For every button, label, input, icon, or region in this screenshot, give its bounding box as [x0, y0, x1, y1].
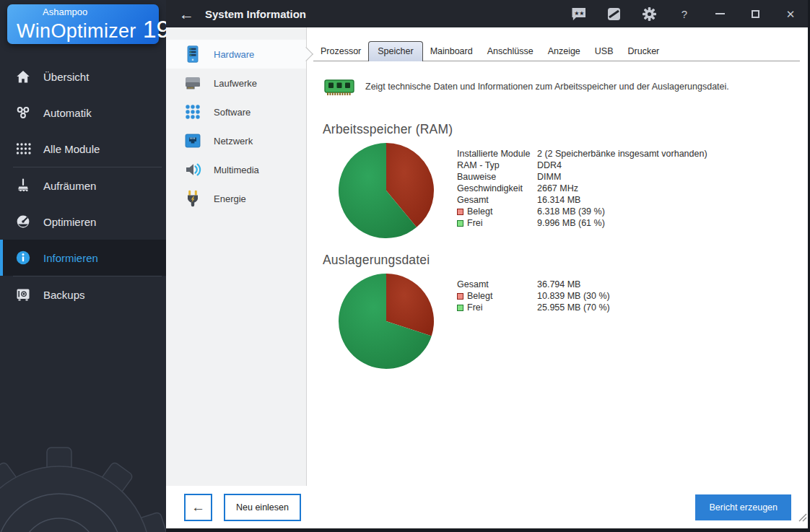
- table-row: Gesamt16.314 MB: [457, 194, 707, 206]
- sidebar-item-label: Aufräumen: [43, 180, 96, 192]
- footer-bar: ← Neu einlesen Bericht erzeugen: [166, 486, 810, 532]
- intro-row: Zeigt technische Daten und Informationen…: [324, 76, 809, 97]
- table-row: Frei25.955 MB (70 %): [457, 302, 610, 313]
- main-sidebar: Ashampoo WinOptimizer 19 Übersicht Autom…: [0, 0, 166, 532]
- table-row: RAM - TypDDR4: [457, 160, 707, 171]
- network-port-icon: [184, 132, 201, 149]
- speaker-icon: [184, 161, 201, 178]
- pagefile-section-heading: Auslagerungsdatei: [323, 253, 809, 268]
- tab-anschluesse[interactable]: Anschlüsse: [480, 43, 541, 61]
- category-item-laufwerke[interactable]: Laufwerke: [166, 69, 306, 97]
- tab-mainboard[interactable]: Mainboard: [423, 43, 480, 61]
- safe-icon: [15, 287, 31, 302]
- category-label: Laufwerke: [214, 78, 257, 89]
- table-row: Geschwindigkeit2667 MHz: [457, 183, 707, 194]
- table-row: Belegt6.318 MB (39 %): [457, 206, 707, 217]
- sidebar-item-label: Informieren: [43, 252, 98, 264]
- category-item-hardware[interactable]: Hardware: [166, 40, 306, 69]
- modules-grid-icon: [15, 141, 31, 156]
- brand-logo[interactable]: Ashampoo WinOptimizer 19: [7, 4, 159, 44]
- sidebar-item-backups[interactable]: Backups: [0, 276, 166, 313]
- software-dots-icon: [184, 103, 201, 121]
- brand-version: 19: [143, 17, 166, 40]
- ram-pie-chart: [336, 140, 437, 241]
- tab-bar: Prozessor Speicher Mainboard Anschlüsse …: [313, 41, 800, 61]
- legend-free-swatch: [457, 305, 463, 311]
- ram-section-heading: Arbeitsspeicher (RAM): [323, 122, 809, 137]
- intro-text: Zeigt technische Daten und Informationen…: [365, 82, 729, 92]
- refresh-button[interactable]: Neu einlesen: [224, 494, 301, 521]
- table-row: Installierte Module2 (2 Speicherbänke in…: [457, 148, 707, 160]
- legend-free-swatch: [457, 220, 463, 227]
- sidebar-item-informieren[interactable]: Informieren: [0, 240, 166, 276]
- sidebar-item-label: Backups: [43, 289, 85, 301]
- app-window: Ashampoo WinOptimizer 19 Übersicht Autom…: [0, 0, 810, 532]
- category-label: Multimedia: [214, 165, 259, 175]
- gear-decoration: [0, 368, 166, 532]
- sidebar-item-label: Alle Module: [43, 143, 100, 155]
- brand-company: Ashampoo: [43, 7, 159, 17]
- table-row: BauweiseDIMM: [457, 171, 707, 183]
- ram-chart-row: Installierte Module2 (2 Speicherbänke in…: [308, 140, 809, 241]
- tab-anzeige[interactable]: Anzeige: [541, 43, 588, 61]
- category-item-software[interactable]: Software: [166, 97, 306, 126]
- pagefile-pie-chart: [336, 271, 437, 372]
- resize-grip[interactable]: [796, 510, 807, 522]
- category-label: Hardware: [214, 49, 254, 60]
- category-sidebar: Hardware Laufwerke Software Netzwerk Mul…: [166, 27, 307, 486]
- legend-used-swatch: [457, 209, 463, 215]
- ram-details-table: Installierte Module2 (2 Speicherbänke in…: [457, 140, 707, 229]
- brand-product: WinOptimizer: [17, 19, 136, 43]
- info-icon: [15, 250, 31, 265]
- sidebar-item-label: Optimieren: [43, 216, 96, 228]
- generate-report-button[interactable]: Bericht erzeugen: [695, 494, 791, 520]
- settings-gear-icon[interactable]: [641, 6, 657, 22]
- content-pane: Prozessor Speicher Mainboard Anschlüsse …: [308, 27, 809, 486]
- tab-prozessor[interactable]: Prozessor: [313, 43, 368, 61]
- category-item-multimedia[interactable]: Multimedia: [166, 155, 306, 184]
- table-row: Belegt10.839 MB (30 %): [457, 290, 610, 302]
- sidebar-item-automatik[interactable]: Automatik: [0, 95, 166, 131]
- close-button[interactable]: ✕: [783, 6, 798, 22]
- category-item-netzwerk[interactable]: Netzwerk: [166, 126, 306, 155]
- home-icon: [15, 69, 31, 84]
- news-icon[interactable]: [606, 6, 622, 22]
- sidebar-nav: Übersicht Automatik Alle Module Aufräume: [0, 58, 166, 313]
- hardware-tower-icon: [184, 45, 201, 63]
- maximize-button[interactable]: [747, 6, 763, 22]
- page-title: System Information: [205, 8, 306, 20]
- pagefile-chart-row: Gesamt36.794 MB Belegt10.839 MB (30 %) F…: [308, 271, 809, 372]
- minimize-button[interactable]: [712, 6, 728, 22]
- category-item-energie[interactable]: Energie: [166, 184, 306, 213]
- back-arrow-icon[interactable]: ←: [176, 6, 197, 22]
- sidebar-item-aufraeumen[interactable]: Aufräumen: [0, 167, 166, 204]
- automation-gears-icon: [15, 105, 31, 120]
- legend-used-swatch: [457, 293, 463, 300]
- hard-drive-icon: [184, 74, 201, 92]
- category-label: Netzwerk: [214, 136, 253, 147]
- category-label: Software: [214, 107, 251, 118]
- sidebar-item-alle-module[interactable]: Alle Module: [0, 131, 166, 167]
- help-icon[interactable]: ?: [676, 6, 692, 22]
- feedback-icon[interactable]: ★★: [570, 6, 586, 22]
- sidebar-item-uebersicht[interactable]: Übersicht: [0, 58, 166, 95]
- table-row: Gesamt36.794 MB: [457, 279, 610, 290]
- titlebar: ← System Information ★★ ? ✕: [166, 0, 810, 27]
- tab-usb[interactable]: USB: [588, 43, 621, 61]
- category-label: Energie: [214, 193, 246, 204]
- sidebar-item-label: Übersicht: [43, 71, 89, 83]
- footer-back-button[interactable]: ←: [184, 494, 212, 521]
- sidebar-item-label: Automatik: [43, 107, 92, 119]
- sidebar-item-optimieren[interactable]: Optimieren: [0, 204, 166, 240]
- table-row: Frei9.996 MB (61 %): [457, 217, 707, 229]
- tab-speicher[interactable]: Speicher: [368, 41, 422, 61]
- pagefile-details-table: Gesamt36.794 MB Belegt10.839 MB (30 %) F…: [457, 271, 610, 313]
- svg-text:★★: ★★: [574, 9, 584, 16]
- speedometer-icon: [15, 214, 31, 229]
- ram-module-icon: [324, 76, 354, 97]
- power-plug-icon: [184, 190, 201, 207]
- tab-drucker[interactable]: Drucker: [621, 43, 667, 61]
- broom-icon: [15, 178, 31, 193]
